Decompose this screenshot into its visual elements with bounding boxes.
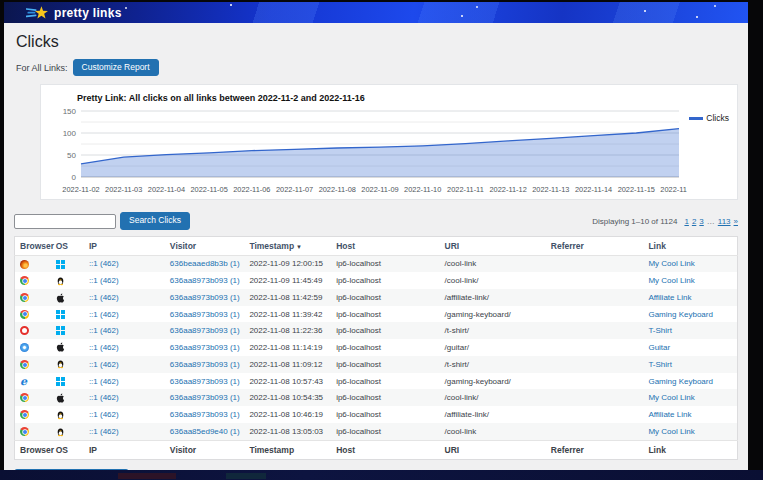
cell-uri: /cool-link <box>440 255 546 272</box>
svg-text:100: 100 <box>63 129 77 138</box>
column-footer-link[interactable]: Link <box>643 441 737 460</box>
pretty-link-name-link[interactable]: T-Shirt <box>648 326 672 335</box>
visitor-link[interactable]: 636aa8973b093 (1) <box>170 360 240 369</box>
host-value: ip6-localhost <box>336 343 381 352</box>
clicks-area-chart: 0501001502022-11-022022-11-032022-11-042… <box>47 105 687 199</box>
svg-text:2022-11-07: 2022-11-07 <box>276 185 313 194</box>
visitor-link[interactable]: 636aa8973b093 (1) <box>170 410 240 419</box>
firefox-browser-icon <box>20 260 29 269</box>
cell-timestamp: 2022-11-08 10:57:43 <box>244 373 331 389</box>
visitor-link[interactable]: 636aa8973b093 (1) <box>170 377 240 386</box>
column-footer-referrer[interactable]: Referrer <box>546 441 644 460</box>
column-header-link[interactable]: Link <box>643 236 737 255</box>
search-input[interactable] <box>14 214 116 229</box>
ip-link[interactable]: ::1 (462) <box>89 343 119 352</box>
timestamp-value: 2022-11-09 11:45:49 <box>249 276 322 285</box>
uri-value: /cool-link/ <box>445 393 479 402</box>
column-header-host[interactable]: Host <box>331 236 439 255</box>
sparkle-icon <box>476 6 478 8</box>
clicks-page: Clicks For All Links: Customize Report P… <box>4 33 748 470</box>
cell-browser <box>15 389 51 406</box>
svg-text:2022-11-09: 2022-11-09 <box>361 185 398 194</box>
pagination-page-1[interactable]: 1 <box>684 217 688 226</box>
ip-link[interactable]: ::1 (462) <box>89 326 119 335</box>
uri-value: /affiliate-link/ <box>445 410 489 419</box>
cell-os <box>51 306 84 322</box>
visitor-link[interactable]: 636aa85ed9e40 (1) <box>170 427 240 436</box>
pagination-next[interactable]: » <box>734 217 738 226</box>
pretty-link-name-link[interactable]: Affiliate Link <box>648 410 691 419</box>
cell-referrer <box>546 373 644 389</box>
visitor-link[interactable]: 636aa8973b093 (1) <box>170 343 240 352</box>
visitor-link[interactable]: 636beaaed8b3b (1) <box>170 259 240 268</box>
cell-uri: /gaming-keyboard/ <box>440 373 546 389</box>
chrome-browser-icon <box>20 293 29 302</box>
visitor-link[interactable]: 636aa8973b093 (1) <box>170 326 240 335</box>
ip-link[interactable]: ::1 (462) <box>89 276 119 285</box>
host-value: ip6-localhost <box>336 393 381 402</box>
column-footer-ip[interactable]: IP <box>84 441 165 460</box>
cell-timestamp: 2022-11-08 10:46:19 <box>244 406 331 423</box>
pretty-link-name-link[interactable]: T-Shirt <box>648 360 672 369</box>
column-header-referrer[interactable]: Referrer <box>546 236 644 255</box>
pagination-last-page[interactable]: 113 <box>718 217 731 226</box>
visitor-link[interactable]: 636aa8973b093 (1) <box>170 393 240 402</box>
column-header-timestamp[interactable]: Timestamp▼ <box>244 236 331 255</box>
chrome-browser-icon <box>20 427 29 436</box>
pretty-link-name-link[interactable]: Guitar <box>648 343 670 352</box>
column-header-os[interactable]: OS <box>51 236 84 255</box>
uri-value: /gaming-keyboard/ <box>445 310 511 319</box>
column-footer-timestamp[interactable]: Timestamp <box>244 441 331 460</box>
pretty-link-name-link[interactable]: Gaming Keyboard <box>648 377 712 386</box>
pretty-link-name-link[interactable]: My Cool Link <box>648 427 694 436</box>
svg-text:2022-11-11: 2022-11-11 <box>447 185 484 194</box>
host-value: ip6-localhost <box>336 293 381 302</box>
timestamp-value: 2022-11-08 10:57:43 <box>249 377 323 386</box>
pretty-link-name-link[interactable]: My Cool Link <box>648 259 694 268</box>
cell-link-name: Affiliate Link <box>643 289 737 306</box>
column-header-visitor[interactable]: Visitor <box>165 236 245 255</box>
apple-os-icon <box>56 293 65 303</box>
svg-text:2022-11-15: 2022-11-15 <box>618 185 655 194</box>
pretty-link-name-link[interactable]: My Cool Link <box>648 276 694 285</box>
cell-referrer <box>546 255 644 272</box>
pretty-link-name-link[interactable]: My Cool Link <box>648 393 694 402</box>
visitor-link[interactable]: 636aa8973b093 (1) <box>170 276 240 285</box>
ip-link[interactable]: ::1 (462) <box>89 410 119 419</box>
pretty-link-name-link[interactable]: Gaming Keyboard <box>648 310 712 319</box>
pagination-page-2[interactable]: 2 <box>692 217 696 226</box>
column-footer-os[interactable]: OS <box>51 441 84 460</box>
cell-link-name: My Cool Link <box>643 272 737 289</box>
cell-link-name: Affiliate Link <box>643 406 737 423</box>
cell-uri: /t-shirt/ <box>440 356 546 373</box>
cell-visitor: 636aa8973b093 (1) <box>165 322 245 338</box>
pretty-links-banner: pretty links <box>4 2 748 23</box>
timestamp-value: 2022-11-08 11:22:36 <box>249 326 322 335</box>
column-footer-browser[interactable]: Browser <box>15 441 51 460</box>
column-header-ip[interactable]: IP <box>84 236 165 255</box>
ip-link[interactable]: ::1 (462) <box>89 393 119 402</box>
search-clicks-button[interactable]: Search Clicks <box>120 212 190 229</box>
uri-value: /cool-link <box>445 259 477 268</box>
ip-link[interactable]: ::1 (462) <box>89 360 119 369</box>
customize-report-button[interactable]: Customize Report <box>73 59 159 76</box>
column-footer-uri[interactable]: URI <box>440 441 546 460</box>
column-footer-host[interactable]: Host <box>331 441 439 460</box>
ip-link[interactable]: ::1 (462) <box>89 310 119 319</box>
clicks-table: BrowserOSIPVisitorTimestamp▼HostURIRefer… <box>14 236 738 461</box>
ip-link[interactable]: ::1 (462) <box>89 427 119 436</box>
visitor-link[interactable]: 636aa8973b093 (1) <box>170 293 240 302</box>
ip-link[interactable]: ::1 (462) <box>89 259 119 268</box>
host-value: ip6-localhost <box>336 259 381 268</box>
host-value: ip6-localhost <box>336 326 381 335</box>
visitor-link[interactable]: 636aa8973b093 (1) <box>170 310 240 319</box>
host-value: ip6-localhost <box>336 410 381 419</box>
pretty-link-name-link[interactable]: Affiliate Link <box>648 293 691 302</box>
legend-line-swatch <box>689 117 703 120</box>
column-header-uri[interactable]: URI <box>440 236 546 255</box>
column-footer-visitor[interactable]: Visitor <box>165 441 245 460</box>
ip-link[interactable]: ::1 (462) <box>89 293 119 302</box>
pagination-page-3[interactable]: 3 <box>699 217 703 226</box>
ip-link[interactable]: ::1 (462) <box>89 377 119 386</box>
column-header-browser[interactable]: Browser <box>15 236 51 255</box>
